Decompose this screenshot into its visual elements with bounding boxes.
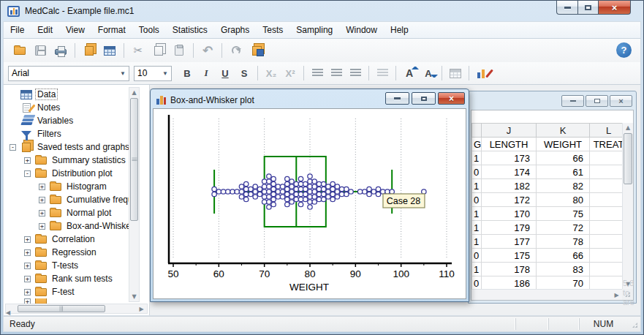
data-cell[interactable]: 170 [482,207,537,221]
box-whisker-dialog[interactable]: Box-and-Whisker plot × 5060708090100110W… [150,89,469,302]
expand-icon[interactable]: + [24,157,31,164]
column-header-l[interactable]: L [590,124,623,138]
sheet-scroll-thumb[interactable] [624,133,632,184]
minimize-button[interactable] [556,1,578,15]
data-cell[interactable]: 1 [472,221,482,235]
menu-tools[interactable]: Tools [132,23,166,37]
column-header-j[interactable]: J [482,124,537,138]
data-table-button[interactable] [100,42,119,59]
sidebar-item-rank-sum-tests[interactable]: +Rank sum tests [4,272,129,285]
data-cell[interactable] [590,165,623,179]
menu-window[interactable]: Window [339,23,384,37]
data-cell[interactable]: 0 [472,249,482,263]
sidebar-item-cumulative-freque[interactable]: +Cumulative freque [4,193,129,206]
dialog-minimize-button[interactable] [385,92,409,105]
align-center-button[interactable] [327,64,345,82]
menu-graphs[interactable]: Graphs [214,23,256,37]
expand-icon[interactable]: + [24,276,31,282]
var-name-cell[interactable]: G [472,138,482,151]
sidebar-item-f-test[interactable]: +F-test [4,285,129,298]
data-cell[interactable]: 174 [482,165,537,179]
menu-edit[interactable]: Edit [31,23,59,37]
scroll-up-icon[interactable]: ▲ [623,123,633,132]
data-cell[interactable]: 66 [537,151,590,165]
undo-button[interactable]: ↶ [198,42,217,59]
expand-icon[interactable]: + [24,289,31,296]
increase-font-button[interactable]: A [401,64,418,82]
format-graph-button[interactable] [474,64,491,82]
data-cell[interactable] [590,235,623,249]
sidebar-item-correlation[interactable]: +Correlation [4,233,129,246]
window-resize-grip[interactable] [627,317,640,331]
sidebar-item-variables[interactable]: Variables [4,114,129,127]
tree-hscroll-thumb[interactable] [18,305,105,312]
data-cell[interactable]: 0 [472,165,482,179]
close-button[interactable]: × [598,1,631,15]
paste-button[interactable] [170,42,189,59]
font-size-combo[interactable]: 10 ▼ [134,66,172,81]
sheet-restore-button[interactable] [586,95,608,107]
spreadsheet-title-bar[interactable]: × [471,94,634,110]
data-cell[interactable] [590,193,623,207]
sidebar-item-normal-plot[interactable]: +Normal plot [4,206,129,219]
data-cell[interactable] [590,207,623,221]
spreadsheet-table[interactable]: JKLGLENGTHWEIGHTTREAT1173660174611182820… [471,123,622,289]
data-cell[interactable]: 0 [472,276,482,290]
font-name-combo[interactable]: Arial ▼ [8,66,129,81]
save-all-button[interactable] [247,42,266,59]
data-cell[interactable]: 1 [472,179,482,193]
data-cell[interactable]: 172 [482,193,537,207]
expand-icon[interactable]: + [39,210,45,217]
data-cell[interactable]: 66 [537,249,590,263]
restore-button[interactable] [577,1,599,15]
data-cell[interactable]: 75 [537,207,590,221]
menu-help[interactable]: Help [384,23,415,37]
expand-icon[interactable]: + [24,263,31,269]
scroll-right-icon[interactable]: ▶ [137,304,146,314]
sidebar-item-box-and-whisker[interactable]: +Box-and-Whisker [4,219,129,233]
column-header-k[interactable]: K [537,124,590,138]
column-header-partial[interactable] [472,124,482,138]
expand-icon[interactable]: + [39,184,45,190]
strikethrough-button[interactable]: S [235,64,253,82]
sheet-minimize-button[interactable] [561,95,584,107]
format-table-button[interactable] [447,64,464,82]
menu-sampling[interactable]: Sampling [289,23,339,37]
sidebar-item-histogram[interactable]: +Histogram [4,180,129,193]
tree-horizontal-scrollbar[interactable]: ◀ ▶ [5,304,148,314]
data-cell[interactable] [590,276,623,290]
align-right-button[interactable] [346,64,364,82]
expand-icon[interactable]: + [24,249,31,256]
subscript-button[interactable]: X₂ [262,64,280,82]
var-name-cell[interactable]: LENGTH [482,138,537,151]
data-cell[interactable] [590,151,623,165]
tree-scroll-thumb[interactable] [130,98,138,221]
menu-tests[interactable]: Tests [256,23,289,37]
data-cell[interactable]: 61 [537,165,590,179]
menu-format[interactable]: Format [91,23,132,37]
scroll-left-icon[interactable]: ◀ [6,309,10,315]
help-button[interactable]: ? [616,42,632,58]
data-cell[interactable]: 1 [472,235,482,249]
scroll-up-icon[interactable]: ▲ [129,88,139,97]
dialog-title-bar[interactable]: Box-and-Whisker plot × [153,91,466,108]
data-cell[interactable]: 72 [537,221,590,235]
data-cell[interactable]: 178 [482,263,537,276]
sidebar-item-saved-tests-and-graphs[interactable]: -Saved tests and graphs [4,140,129,154]
data-cell[interactable]: 1 [472,263,482,276]
data-cell[interactable]: 177 [482,235,537,249]
data-cell[interactable] [590,179,623,193]
spreadsheet-window[interactable]: × JKLGLENGTHWEIGHTTREAT11736601746111828… [468,91,637,304]
align-left-button[interactable] [308,64,326,82]
data-cell[interactable]: 179 [482,221,537,235]
data-cell[interactable]: 173 [482,151,537,165]
list-button[interactable] [374,64,391,82]
print-button[interactable] [51,42,70,59]
sheet-close-button[interactable]: × [610,95,632,107]
dialog-restore-button[interactable] [412,92,436,105]
expand-icon[interactable]: + [24,298,31,304]
sidebar-item-t-tests[interactable]: +T-tests [4,259,129,272]
sidebar-item-distribution-plot[interactable]: -Distribution plot [4,167,129,180]
data-cell[interactable]: 182 [482,179,537,193]
bold-button[interactable]: B [178,64,196,82]
